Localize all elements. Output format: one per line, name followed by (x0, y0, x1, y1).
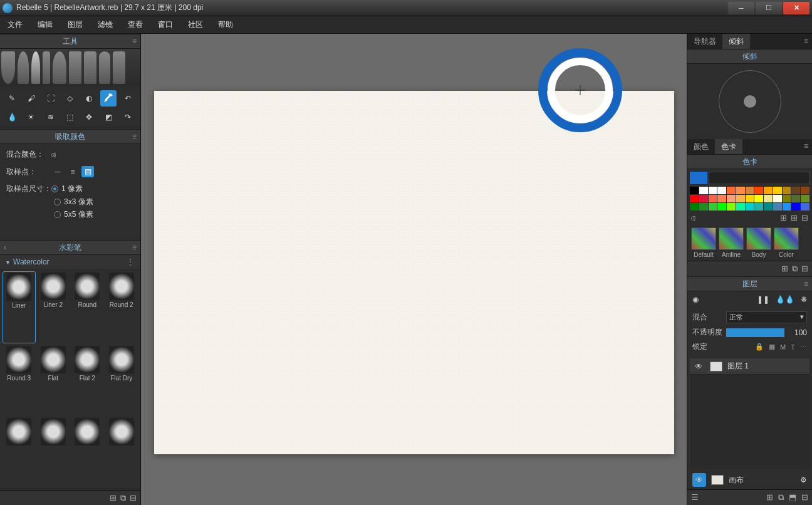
remove-icon[interactable]: ⊟ (801, 264, 808, 274)
remove-icon[interactable]: ⊟ (801, 213, 808, 222)
color-swatch[interactable] (746, 203, 754, 211)
menu-filter[interactable]: 滤镜 (98, 19, 113, 30)
crop-icon[interactable]: ◩ (100, 109, 117, 125)
brush-preset[interactable]: Flat (37, 345, 70, 415)
mix-icon[interactable]: ⟃ (691, 214, 695, 222)
brush-preset[interactable] (71, 417, 104, 487)
brush-category[interactable]: ▾ Watercolor ⋮ (0, 255, 140, 269)
duplicate-icon[interactable]: ⧉ (120, 493, 126, 503)
brush-preset[interactable]: Round 3 (3, 345, 36, 415)
hamburger-icon[interactable]: ≡ (800, 34, 812, 49)
hamburger-icon[interactable]: ≡ (800, 139, 812, 154)
color-swatch[interactable] (764, 187, 773, 194)
merge-icon[interactable]: ⬒ (789, 492, 796, 502)
color-swatch[interactable] (754, 195, 763, 202)
brush-tip[interactable] (113, 51, 125, 84)
color-swatch[interactable] (717, 195, 726, 202)
layer-name[interactable]: 图层 1 (727, 361, 749, 372)
color-swatch[interactable] (699, 195, 708, 202)
color-swatch[interactable] (746, 187, 754, 194)
color-swatch[interactable] (783, 203, 791, 211)
color-swatch[interactable] (791, 203, 800, 211)
color-swatch[interactable] (801, 195, 809, 202)
brush-icon[interactable]: 🖌 (23, 90, 39, 107)
chevron-left-icon[interactable]: ‹ (4, 243, 6, 252)
color-swatch[interactable] (727, 195, 736, 202)
radio-1px[interactable] (51, 185, 58, 192)
blow-icon[interactable]: ≋ (43, 109, 59, 125)
menu-view[interactable]: 查看 (128, 19, 143, 30)
redo-icon[interactable]: ↷ (120, 109, 136, 125)
drops-icon[interactable]: 💧💧 (776, 295, 794, 304)
color-swatch[interactable] (690, 203, 699, 211)
fan-icon[interactable]: ❋ (801, 295, 807, 304)
color-swatch[interactable] (754, 203, 763, 211)
fill-icon[interactable]: ◐ (81, 90, 97, 107)
brush-preset[interactable]: Flat 2 (71, 345, 104, 415)
settings-icon[interactable]: ☰ (691, 492, 699, 502)
color-swatch[interactable] (764, 195, 773, 202)
pencil-icon[interactable]: ✎ (4, 90, 20, 107)
brush-preset[interactable]: Round (71, 271, 104, 343)
color-name-field[interactable] (709, 172, 809, 184)
opacity-slider[interactable] (726, 328, 784, 337)
dry-icon[interactable]: ☀ (23, 109, 39, 125)
palette-item[interactable]: Default (691, 227, 716, 258)
color-swatch[interactable] (690, 187, 699, 194)
color-swatch[interactable] (801, 187, 809, 194)
brush-preset[interactable]: Liner 2 (37, 271, 70, 343)
sample-mode-3[interactable]: ▤ (81, 166, 94, 177)
brush-preset[interactable]: Round 2 (105, 271, 138, 343)
blend-select[interactable]: 正常 ▾ (726, 311, 807, 323)
brush-preset[interactable] (37, 417, 70, 487)
lock-icon[interactable]: 🔒 (755, 343, 764, 351)
brush-tip[interactable] (99, 51, 110, 84)
sample-mode-1[interactable]: ─ (51, 166, 64, 177)
brush-tip[interactable] (43, 51, 50, 84)
hamburger-icon[interactable]: ≡ (804, 279, 808, 288)
maximize-button[interactable]: ☐ (756, 2, 782, 14)
color-swatch[interactable] (736, 187, 745, 194)
color-swatch[interactable] (709, 187, 717, 194)
add-icon[interactable]: ⊞ (110, 493, 117, 502)
color-swatch[interactable] (690, 195, 699, 202)
menu-community[interactable]: 社区 (188, 19, 203, 30)
pause-icon[interactable]: ❚❚ (757, 295, 769, 304)
lock-dots-icon[interactable]: ⋯ (800, 343, 807, 351)
color-swatch[interactable] (746, 195, 754, 202)
menu-file[interactable]: 文件 (8, 19, 23, 30)
color-swatch[interactable] (699, 187, 708, 194)
color-swatch[interactable] (791, 195, 800, 202)
color-swatch[interactable] (717, 203, 726, 211)
close-button[interactable]: ✕ (783, 2, 809, 14)
canvas-layer-row[interactable]: 👁 画布 ⚙ (687, 471, 812, 489)
duplicate-layer-icon[interactable]: ⧉ (778, 492, 784, 502)
menu-help[interactable]: 帮助 (218, 19, 233, 30)
palette-item[interactable]: Body (746, 227, 771, 258)
tab-color[interactable]: 颜色 (687, 139, 715, 154)
color-swatch[interactable] (791, 187, 800, 194)
hamburger-icon[interactable]: ≡ (132, 37, 137, 46)
duplicate-icon[interactable]: ⧉ (792, 264, 798, 274)
tab-tilt[interactable]: 倾斜 (722, 34, 750, 49)
minimize-button[interactable]: ─ (728, 2, 754, 14)
brush-tip[interactable] (53, 51, 66, 84)
menu-edit[interactable]: 编辑 (38, 19, 53, 30)
eyedropper-icon[interactable] (100, 90, 117, 107)
lock-m[interactable]: M (780, 343, 786, 351)
color-swatch[interactable] (709, 203, 717, 211)
gear-icon[interactable]: ⚙ (800, 476, 807, 484)
layer-item[interactable]: 👁 图层 1 (690, 358, 809, 375)
stamp-icon[interactable]: ⛶ (43, 90, 59, 107)
hamburger-icon[interactable]: ≡ (132, 243, 137, 252)
brush-tip[interactable] (1, 51, 15, 84)
grid-icon[interactable]: ⊞ (780, 213, 787, 222)
current-color[interactable] (690, 172, 707, 184)
lock-t[interactable]: T (791, 343, 795, 351)
color-swatch[interactable] (699, 203, 708, 211)
color-swatch[interactable] (773, 187, 782, 194)
brush-preset[interactable] (3, 417, 36, 487)
palette-item[interactable]: Aniline (719, 227, 744, 258)
brush-tip[interactable] (84, 51, 96, 84)
paper[interactable] (154, 91, 674, 454)
